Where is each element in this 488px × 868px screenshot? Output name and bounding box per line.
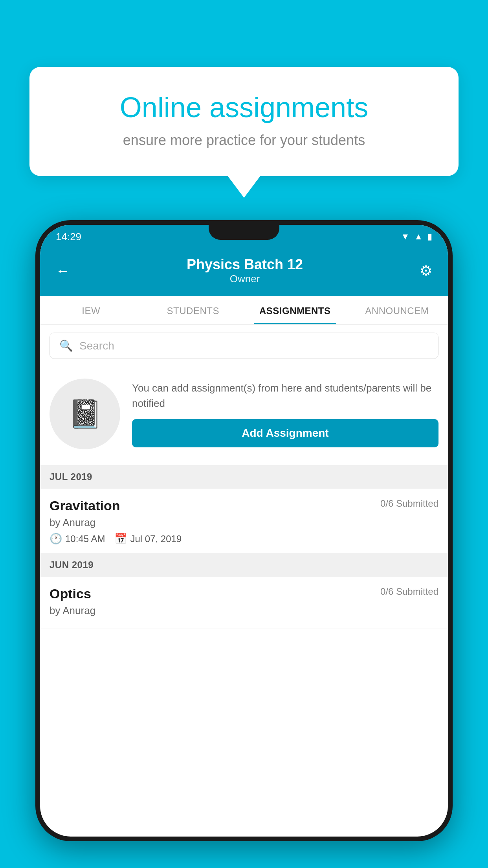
tab-iew[interactable]: IEW — [40, 296, 142, 324]
section-header-jun: JUN 2019 — [40, 553, 448, 577]
phone-frame: 14:29 ▼ ▲ ▮ ← Physics Batch 12 Owner ⚙ I… — [35, 220, 453, 841]
phone-notch — [209, 220, 279, 240]
assignment-submitted: 0/6 Submitted — [380, 498, 438, 509]
date-value: Jul 07, 2019 — [130, 533, 182, 544]
promo-section: 📓 You can add assignment(s) from here an… — [40, 367, 448, 465]
assignment-title: Gravitation — [50, 498, 120, 513]
bubble-title: Online assignments — [57, 90, 431, 124]
assignment-author: by Anurag — [50, 517, 438, 529]
clock-icon: 🕐 — [50, 533, 62, 545]
promo-description: You can add assignment(s) from here and … — [132, 381, 438, 411]
assignment-top: Gravitation 0/6 Submitted — [50, 498, 438, 513]
phone-wrapper: 14:29 ▼ ▲ ▮ ← Physics Batch 12 Owner ⚙ I… — [35, 220, 453, 868]
section-header-jul: JUL 2019 — [40, 465, 448, 489]
calendar-icon: 📅 — [114, 533, 127, 545]
assignment-top-optics: Optics 0/6 Submitted — [50, 586, 438, 601]
speech-bubble-card: Online assignments ensure more practice … — [29, 67, 459, 176]
header-title: Physics Batch 12 — [70, 256, 420, 273]
search-bar[interactable]: 🔍 Search — [50, 333, 438, 359]
tab-announcements[interactable]: ANNOUNCEM — [346, 296, 448, 324]
assignment-title-optics: Optics — [50, 586, 91, 601]
phone-inner: 14:29 ▼ ▲ ▮ ← Physics Batch 12 Owner ⚙ I… — [40, 225, 448, 837]
search-placeholder: Search — [79, 340, 114, 352]
search-icon: 🔍 — [59, 339, 73, 352]
battery-icon: ▮ — [427, 232, 432, 242]
bubble-subtitle: ensure more practice for your students — [57, 132, 431, 149]
assignment-time: 🕐 10:45 AM — [50, 533, 105, 545]
time-value: 10:45 AM — [65, 533, 105, 544]
signal-icon: ▲ — [414, 232, 423, 242]
search-container: 🔍 Search — [40, 325, 448, 367]
wifi-icon: ▼ — [401, 232, 409, 242]
promo-icon-circle: 📓 — [50, 379, 120, 449]
tabs-row: IEW STUDENTS ASSIGNMENTS ANNOUNCEM — [40, 296, 448, 325]
header-center: Physics Batch 12 Owner — [70, 256, 420, 285]
status-icons: ▼ ▲ ▮ — [401, 232, 432, 242]
assignment-submitted-optics: 0/6 Submitted — [380, 586, 438, 597]
header-subtitle: Owner — [70, 273, 420, 285]
assignment-date: 📅 Jul 07, 2019 — [114, 533, 182, 545]
tab-assignments[interactable]: ASSIGNMENTS — [244, 296, 346, 324]
tab-students[interactable]: STUDENTS — [142, 296, 244, 324]
assignment-item-gravitation[interactable]: Gravitation 0/6 Submitted by Anurag 🕐 10… — [40, 489, 448, 553]
assignment-item-optics[interactable]: Optics 0/6 Submitted by Anurag — [40, 577, 448, 629]
back-button[interactable]: ← — [56, 263, 70, 279]
notebook-icon: 📓 — [68, 398, 102, 430]
settings-icon[interactable]: ⚙ — [420, 263, 432, 279]
status-time: 14:29 — [56, 231, 81, 243]
assignment-meta: 🕐 10:45 AM 📅 Jul 07, 2019 — [50, 533, 438, 545]
app-header: ← Physics Batch 12 Owner ⚙ — [40, 248, 448, 296]
promo-text-area: You can add assignment(s) from here and … — [132, 381, 438, 447]
add-assignment-button[interactable]: Add Assignment — [132, 419, 438, 447]
assignment-author-optics: by Anurag — [50, 605, 438, 617]
